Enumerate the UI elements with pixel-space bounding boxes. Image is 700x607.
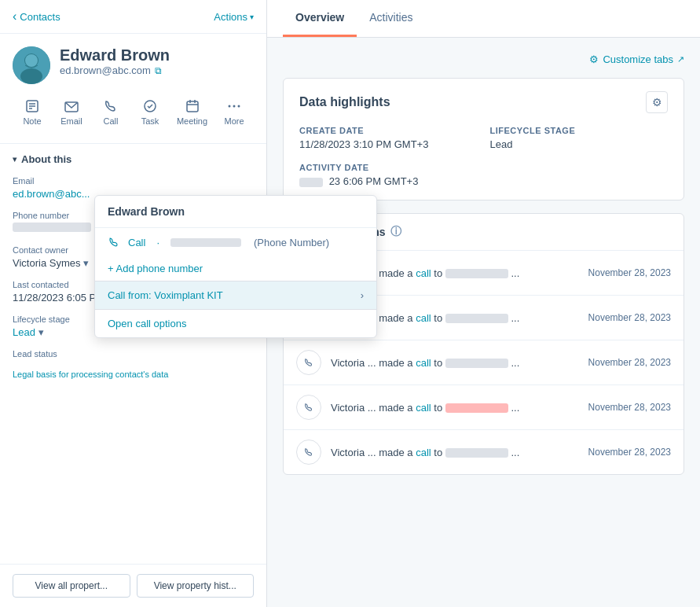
contact-email-row: ed.brown@abc.com ⧉ (60, 64, 170, 76)
highlight-create-date: CREATE DATE 11/28/2023 3:10 PM GMT+3 (299, 126, 478, 150)
view-all-properties-button[interactable]: View all propert... (13, 574, 130, 598)
comm-item: Victoria ... made a call to ... November… (284, 340, 684, 385)
activity-date-label: ACTIVITY DATE (299, 163, 478, 172)
call-dropdown-header: Edward Brown (95, 196, 376, 228)
call-phone-option[interactable]: Call · (Phone Number) (95, 228, 376, 256)
customize-row: ⚙ Customize tabs ↗ (283, 53, 684, 65)
comm-date: November 28, 2023 (588, 402, 671, 413)
note-button[interactable]: Note (13, 94, 52, 131)
comm-actor: Victoria ... (331, 447, 376, 458)
lifecycle-stage-col-value: Lead (490, 138, 669, 150)
task-button[interactable]: Task (130, 94, 170, 131)
about-title: About this (21, 153, 71, 165)
comm-phone-blurred (445, 269, 508, 278)
data-highlights-settings-button[interactable]: ⚙ (646, 91, 668, 113)
email-label: Email (60, 116, 82, 126)
highlight-lifecycle-stage: LIFECYCLE STAGE Lead (490, 126, 669, 150)
phone-circle-icon (296, 350, 321, 375)
gear-icon: ⚙ (589, 53, 599, 65)
email-field-label: Email (13, 176, 254, 186)
copy-email-icon[interactable]: ⧉ (155, 65, 162, 76)
add-phone-button[interactable]: + Add phone number (95, 256, 376, 281)
more-button[interactable]: More (214, 94, 254, 131)
tab-activities[interactable]: Activities (357, 0, 425, 37)
action-icons-row: Note Email Call Task Meeting (13, 94, 254, 131)
note-label: Note (23, 116, 41, 126)
comm-to: to (434, 267, 445, 279)
svg-point-15 (233, 105, 236, 108)
comm-phone-blurred (445, 359, 508, 368)
external-link-icon: ↗ (677, 54, 684, 64)
contact-header: Edward Brown ed.brown@abc.com ⧉ (13, 46, 254, 84)
comm-phone-blurred (445, 448, 508, 458)
highlights-grid: CREATE DATE 11/28/2023 3:10 PM GMT+3 LIF… (299, 126, 668, 187)
lifecycle-dropdown-icon[interactable]: ▾ (38, 326, 44, 338)
comm-text: Victoria ... made a call to ... (331, 402, 579, 414)
comm-period: ... (511, 267, 519, 279)
about-header[interactable]: About this (13, 153, 254, 165)
owner-name: Victoria Symes (13, 257, 80, 269)
meeting-button[interactable]: Meeting (170, 94, 214, 131)
view-property-history-button[interactable]: View property hist... (137, 574, 255, 598)
call-button[interactable]: Call (91, 94, 130, 131)
phone-circle-icon (296, 440, 321, 465)
comm-call-word: call (416, 357, 431, 369)
owner-dropdown-icon[interactable]: ▾ (83, 257, 89, 269)
lifecycle-stage-col-label: LIFECYCLE STAGE (490, 126, 669, 135)
contact-name-block: Edward Brown ed.brown@abc.com ⧉ (60, 46, 170, 76)
avatar (13, 46, 50, 84)
svg-point-2 (20, 68, 42, 84)
contacts-link[interactable]: Contacts (13, 9, 60, 24)
create-date-value: 11/28/2023 3:10 PM GMT+3 (299, 138, 478, 150)
info-icon[interactable]: ⓘ (390, 225, 401, 239)
phone-circle-icon (296, 395, 321, 420)
comm-date: November 28, 2023 (588, 447, 671, 458)
svg-point-3 (25, 54, 38, 67)
lead-status-field-group: Lead status (13, 349, 254, 359)
comm-item: Victoria ... made a call to ... November… (284, 430, 684, 474)
svg-point-14 (229, 105, 231, 108)
comm-call-word: call (416, 312, 431, 324)
actions-button[interactable]: Actions (214, 11, 254, 23)
legal-basis-label[interactable]: Legal basis for processing contact's dat… (13, 370, 254, 379)
data-highlights-header: Data highlights ⚙ (299, 91, 668, 113)
comm-text: Victoria ... made a call to ... (331, 357, 579, 369)
contact-info: Edward Brown ed.brown@abc.com ⧉ Note Ema… (0, 34, 266, 144)
more-label: More (224, 116, 244, 126)
call-from-label: Call from: Voximplant KIT (108, 289, 223, 301)
call-from-option[interactable]: Call from: Voximplant KIT › (95, 281, 376, 310)
activity-date-value: 23 6:06 PM GMT+3 (299, 175, 478, 187)
tab-overview[interactable]: Overview (283, 0, 357, 37)
highlight-activity-date: ACTIVITY DATE 23 6:06 PM GMT+3 (299, 163, 478, 187)
task-label: Task (141, 116, 159, 126)
lifecycle-text: Lead (13, 326, 35, 338)
email-button[interactable]: Email (52, 94, 91, 131)
call-from-chevron-icon: › (361, 289, 364, 301)
customize-tabs-link[interactable]: ⚙ Customize tabs ↗ (589, 53, 684, 65)
data-highlights-title: Data highlights (299, 95, 390, 109)
comm-actor: Victoria ... (331, 402, 376, 414)
create-date-label: CREATE DATE (299, 126, 478, 135)
customize-tabs-label: Customize tabs (603, 53, 673, 65)
call-option-text: Call (128, 237, 145, 248)
tabs-bar: Overview Activities (267, 0, 700, 38)
comm-date: November 28, 2023 (588, 357, 671, 368)
comm-date: November 28, 2023 (588, 267, 671, 278)
comm-actor: Victoria ... (331, 357, 376, 369)
open-call-options-link[interactable]: Open call options (95, 310, 376, 337)
call-label: Call (104, 116, 119, 126)
meeting-label: Meeting (177, 116, 207, 126)
phone-icon (108, 236, 120, 248)
comm-phone-blurred (445, 403, 508, 413)
comm-call-word: call (416, 267, 431, 279)
call-dropdown: Edward Brown Call · (Phone Number) + Add… (94, 195, 377, 338)
svg-point-16 (238, 105, 240, 108)
contact-name: Edward Brown (60, 46, 170, 64)
legal-basis-field-group: Legal basis for processing contact's dat… (13, 370, 254, 379)
lead-status-label: Lead status (13, 349, 254, 359)
comm-call-word: call (416, 447, 431, 458)
comm-made: made a (379, 267, 416, 279)
svg-rect-10 (187, 101, 198, 112)
comm-call-word: call (416, 402, 431, 414)
contact-email-text: ed.brown@abc.com (60, 64, 151, 76)
